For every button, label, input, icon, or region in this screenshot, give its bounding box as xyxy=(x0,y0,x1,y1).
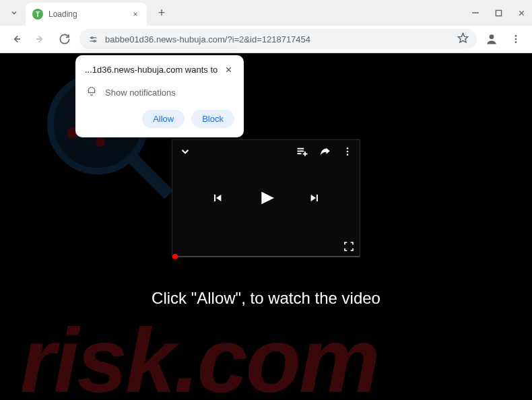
tab-favicon: T xyxy=(32,9,43,20)
address-bar[interactable]: babbe01d36.news-hubuja.com/?i=2&id=12187… xyxy=(79,29,477,49)
reload-button[interactable] xyxy=(55,30,74,48)
close-window-button[interactable] xyxy=(516,7,527,18)
collapse-icon[interactable] xyxy=(179,145,191,158)
svg-point-15 xyxy=(515,38,517,40)
previous-track-button[interactable] xyxy=(211,191,224,205)
instruction-text: Click "Allow", to watch the video xyxy=(0,289,532,308)
browser-chrome: T Loading + xyxy=(0,0,532,53)
toolbar: babbe01d36.news-hubuja.com/?i=2&id=12187… xyxy=(0,26,532,53)
window-controls xyxy=(470,0,527,26)
svg-rect-17 xyxy=(298,148,304,149)
tab-search-dropdown[interactable] xyxy=(5,4,23,22)
svg-point-13 xyxy=(490,34,494,39)
bookmark-star-icon[interactable] xyxy=(457,32,469,46)
player-controls xyxy=(172,187,360,209)
bell-icon xyxy=(86,86,97,99)
svg-rect-3 xyxy=(496,10,501,15)
share-icon[interactable] xyxy=(319,145,331,158)
play-button[interactable] xyxy=(255,187,277,209)
svg-point-16 xyxy=(515,41,517,43)
svg-point-10 xyxy=(91,36,93,38)
svg-point-24 xyxy=(347,154,349,156)
notification-permission-popup: ...1d36.news-hubuja.com wants to Show no… xyxy=(75,55,244,137)
progress-track[interactable] xyxy=(172,256,360,257)
allow-button[interactable]: Allow xyxy=(142,110,185,128)
maximize-button[interactable] xyxy=(493,7,504,18)
popup-permission-label: Show notifications xyxy=(105,88,176,98)
svg-point-14 xyxy=(515,35,517,37)
player-top-bar xyxy=(172,140,360,163)
tab-close-icon[interactable] xyxy=(131,7,140,21)
svg-rect-19 xyxy=(298,153,302,154)
tab-title: Loading xyxy=(48,9,131,19)
back-button[interactable] xyxy=(7,30,26,48)
svg-rect-21 xyxy=(303,154,308,155)
watermark-text: risk.com xyxy=(20,308,378,400)
svg-point-23 xyxy=(347,151,349,153)
tab-bar: T Loading + xyxy=(0,0,532,26)
site-settings-icon[interactable] xyxy=(88,34,98,44)
popup-close-icon[interactable] xyxy=(223,65,234,76)
svg-rect-18 xyxy=(298,151,304,152)
forward-button[interactable] xyxy=(31,30,50,48)
svg-marker-12 xyxy=(458,33,467,42)
kebab-menu-icon[interactable] xyxy=(506,30,525,48)
fullscreen-icon[interactable] xyxy=(343,241,354,252)
minimize-button[interactable] xyxy=(470,7,481,18)
svg-point-11 xyxy=(94,40,96,42)
browser-tab[interactable]: T Loading xyxy=(26,3,147,26)
new-tab-button[interactable]: + xyxy=(152,3,171,22)
video-player xyxy=(172,139,360,257)
popup-origin-text: ...1d36.news-hubuja.com wants to xyxy=(85,65,223,75)
svg-point-22 xyxy=(347,147,349,149)
block-button[interactable]: Block xyxy=(191,110,234,128)
playlist-add-icon[interactable] xyxy=(296,145,308,158)
player-bottom-bar xyxy=(178,241,354,252)
url-text: babbe01d36.news-hubuja.com/?i=2&id=12187… xyxy=(105,34,451,44)
profile-button[interactable] xyxy=(482,30,501,48)
progress-handle[interactable] xyxy=(172,254,178,259)
more-options-icon[interactable] xyxy=(342,146,353,157)
next-track-button[interactable] xyxy=(308,191,321,205)
